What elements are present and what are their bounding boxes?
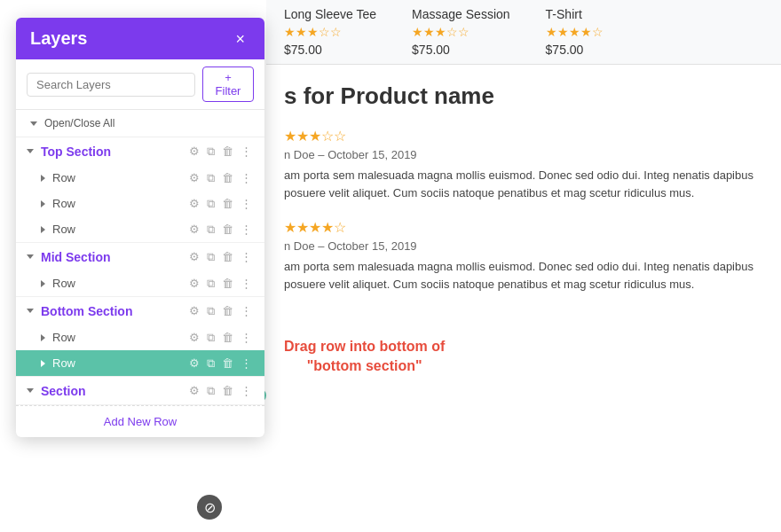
section-generic-header[interactable]: Section ⚙ ⧉ 🗑 ⋮ bbox=[16, 377, 264, 404]
chevron-down-icon bbox=[30, 121, 37, 126]
mid-row1-gear[interactable]: ⚙ bbox=[187, 276, 201, 291]
bottom-row2-trash[interactable]: 🗑 bbox=[220, 356, 235, 371]
product-stars-1: ★★★☆☆ bbox=[284, 25, 376, 39]
bottom-gear[interactable]: ⚙ bbox=[187, 303, 201, 318]
product-stars-3: ★★★★☆ bbox=[546, 25, 604, 39]
mid-row1-trash[interactable]: 🗑 bbox=[220, 276, 235, 291]
section-top-header[interactable]: Top Section ⚙ ⧉ 🗑 ⋮ bbox=[16, 137, 264, 165]
row2-trash[interactable]: 🗑 bbox=[220, 196, 235, 211]
section-mid-label: Mid Section bbox=[41, 250, 182, 264]
top-row-3-label: Row bbox=[52, 223, 182, 236]
product-card-2: Massage Session ★★★☆☆ $75.00 bbox=[412, 7, 510, 57]
bottom-row-1-icons: ⚙ ⧉ 🗑 ⋮ bbox=[187, 330, 254, 345]
product-price-1: $75.00 bbox=[284, 43, 376, 57]
mid-dots[interactable]: ⋮ bbox=[239, 249, 254, 264]
top-row-1-label: Row bbox=[52, 171, 182, 184]
row2-dots[interactable]: ⋮ bbox=[239, 196, 254, 211]
review-stars-2: ★★★★☆ bbox=[284, 219, 763, 236]
row3-trash[interactable]: 🗑 bbox=[220, 222, 235, 237]
section-top-copy[interactable]: ⧉ bbox=[205, 144, 217, 159]
section-top-gear[interactable]: ⚙ bbox=[187, 144, 201, 159]
filter-button[interactable]: + Filter bbox=[202, 66, 254, 102]
layer-list: Top Section ⚙ ⧉ 🗑 ⋮ Row ⚙ ⧉ 🗑 ⋮ bbox=[16, 137, 264, 437]
bottom-trash[interactable]: 🗑 bbox=[220, 303, 235, 318]
top-row-1[interactable]: Row ⚙ ⧉ 🗑 ⋮ bbox=[16, 165, 264, 191]
search-input[interactable] bbox=[27, 73, 195, 97]
panel-header: Layers × bbox=[16, 18, 264, 59]
chevron-bottom-icon bbox=[27, 309, 34, 313]
top-row-2-icons: ⚙ ⧉ 🗑 ⋮ bbox=[187, 196, 254, 211]
close-button[interactable]: × bbox=[230, 29, 250, 49]
product-price-2: $75.00 bbox=[412, 43, 510, 57]
row2-copy[interactable]: ⧉ bbox=[205, 196, 217, 211]
section-mid-header[interactable]: Mid Section ⚙ ⧉ 🗑 ⋮ bbox=[16, 243, 264, 270]
generic-copy[interactable]: ⧉ bbox=[205, 383, 217, 398]
row1-trash[interactable]: 🗑 bbox=[220, 170, 235, 185]
panel-title: Layers bbox=[30, 28, 88, 49]
disable-icon: ⊘ bbox=[197, 495, 222, 520]
bottom-row-2[interactable]: Row ⚙ ⧉ 🗑 ⋮ bbox=[16, 350, 264, 376]
bottom-row1-copy[interactable]: ⧉ bbox=[205, 330, 217, 345]
product-card-1: Long Sleeve Tee ★★★☆☆ $75.00 bbox=[284, 7, 376, 57]
bottom-row1-gear[interactable]: ⚙ bbox=[187, 330, 201, 345]
chevron-top-icon bbox=[27, 149, 34, 153]
main-content: s for Product name ★★★☆☆ n Doe – October… bbox=[266, 65, 781, 328]
mid-row1-copy[interactable]: ⧉ bbox=[205, 276, 217, 291]
section-bottom-header[interactable]: Bottom Section ⚙ ⧉ 🗑 ⋮ bbox=[16, 297, 264, 325]
product-name-2: Massage Session bbox=[412, 7, 510, 21]
review-author-1: n Doe – October 15, 2019 bbox=[284, 148, 763, 161]
row3-gear[interactable]: ⚙ bbox=[187, 222, 201, 237]
section-bottom-icons: ⚙ ⧉ 🗑 ⋮ bbox=[187, 303, 254, 318]
row3-dots[interactable]: ⋮ bbox=[239, 222, 254, 237]
bottom-row2-copy[interactable]: ⧉ bbox=[205, 356, 217, 371]
bottom-row-2-icons: ⚙ ⧉ 🗑 ⋮ bbox=[187, 356, 254, 371]
mid-row-1[interactable]: Row ⚙ ⧉ 🗑 ⋮ bbox=[16, 270, 264, 296]
section-top-label: Top Section bbox=[41, 145, 182, 159]
section-top-dots[interactable]: ⋮ bbox=[239, 144, 254, 159]
generic-trash[interactable]: 🗑 bbox=[220, 383, 235, 398]
product-strip: Long Sleeve Tee ★★★☆☆ $75.00 Massage Ses… bbox=[266, 0, 781, 65]
generic-gear[interactable]: ⚙ bbox=[187, 383, 201, 398]
row3-copy[interactable]: ⧉ bbox=[205, 222, 217, 237]
bottom-copy[interactable]: ⧉ bbox=[205, 303, 217, 318]
open-close-label: Open/Close All bbox=[44, 117, 114, 129]
mid-gear[interactable]: ⚙ bbox=[187, 249, 201, 264]
top-row-3-icons: ⚙ ⧉ 🗑 ⋮ bbox=[187, 222, 254, 237]
bottom-row2-gear[interactable]: ⚙ bbox=[187, 356, 201, 371]
top-row-2[interactable]: Row ⚙ ⧉ 🗑 ⋮ bbox=[16, 191, 264, 216]
bottom-row-1[interactable]: Row ⚙ ⧉ 🗑 ⋮ bbox=[16, 325, 264, 350]
chevron-row-icon bbox=[41, 360, 45, 367]
top-row-3[interactable]: Row ⚙ ⧉ 🗑 ⋮ bbox=[16, 216, 264, 242]
row2-gear[interactable]: ⚙ bbox=[187, 196, 201, 211]
page-heading: s for Product name bbox=[284, 82, 763, 110]
add-new-row[interactable]: Add New Row bbox=[16, 405, 264, 437]
generic-dots[interactable]: ⋮ bbox=[239, 383, 254, 398]
row1-gear[interactable]: ⚙ bbox=[187, 170, 201, 185]
mid-copy[interactable]: ⧉ bbox=[205, 249, 217, 264]
bottom-row2-dots[interactable]: ⋮ bbox=[239, 356, 254, 371]
product-name-3: T-Shirt bbox=[546, 7, 604, 21]
bottom-dots[interactable]: ⋮ bbox=[239, 303, 254, 318]
row1-copy[interactable]: ⧉ bbox=[205, 170, 217, 185]
row1-dots[interactable]: ⋮ bbox=[239, 170, 254, 185]
review-text-1: am porta sem malesuada magna mollis euis… bbox=[284, 167, 763, 201]
open-close-all[interactable]: Open/Close All bbox=[16, 110, 264, 137]
product-name-1: Long Sleeve Tee bbox=[284, 7, 376, 21]
mid-row-1-icons: ⚙ ⧉ 🗑 ⋮ bbox=[187, 276, 254, 291]
product-price-3: $75.00 bbox=[546, 43, 604, 57]
mid-trash[interactable]: 🗑 bbox=[220, 249, 235, 264]
bottom-row1-trash[interactable]: 🗑 bbox=[220, 330, 235, 345]
product-stars-2: ★★★☆☆ bbox=[412, 25, 510, 39]
section-top-icons: ⚙ ⧉ 🗑 ⋮ bbox=[187, 144, 254, 159]
chevron-row-icon bbox=[41, 226, 45, 233]
bottom-row1-dots[interactable]: ⋮ bbox=[239, 330, 254, 345]
section-bottom: Bottom Section ⚙ ⧉ 🗑 ⋮ Row ⚙ ⧉ 🗑 ⋮ bbox=[16, 297, 264, 377]
chevron-row-icon bbox=[41, 280, 45, 287]
section-generic-label: Section bbox=[41, 384, 182, 398]
section-mid: Mid Section ⚙ ⧉ 🗑 ⋮ Row ⚙ ⧉ 🗑 ⋮ bbox=[16, 243, 264, 297]
section-bottom-label: Bottom Section bbox=[41, 304, 182, 318]
mid-row1-dots[interactable]: ⋮ bbox=[239, 276, 254, 291]
product-card-3: T-Shirt ★★★★☆ $75.00 bbox=[546, 7, 604, 57]
section-top-trash[interactable]: 🗑 bbox=[220, 144, 235, 159]
review-author-2: n Doe – October 15, 2019 bbox=[284, 239, 763, 253]
